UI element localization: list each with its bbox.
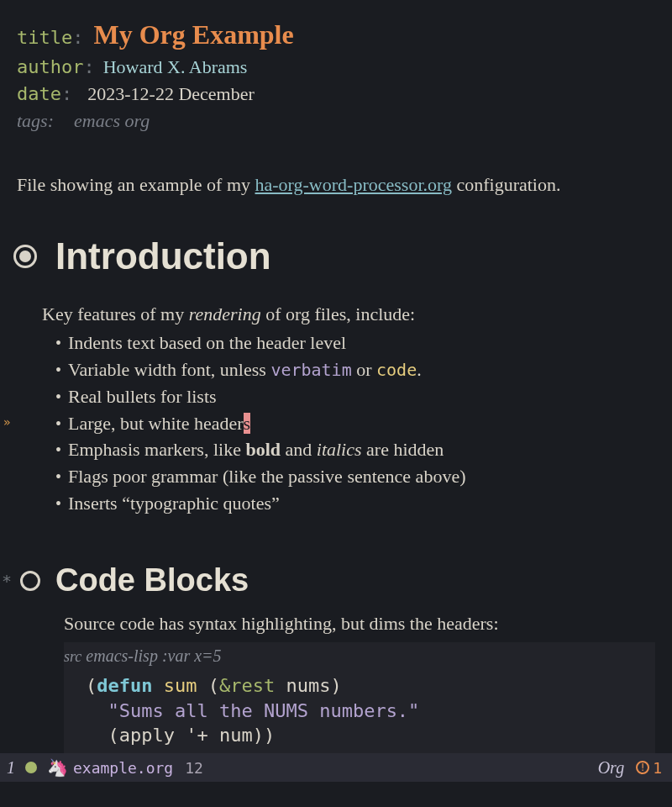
heading-star-icon: * — [2, 571, 12, 591]
meta-tags: tags: emacs org — [17, 108, 655, 134]
list-item: •Variable width font, unless verbatim or… — [55, 356, 655, 383]
modeline-major-mode[interactable]: Org — [598, 758, 624, 778]
list-item: •Inserts “typographic quotes” — [55, 490, 655, 517]
bullet-icon: • — [55, 358, 61, 382]
modeline-modified-icon — [25, 762, 37, 773]
list-item: •Flags poor grammar (like the passive se… — [55, 463, 655, 490]
meta-author: author: Howard X. Abrams — [17, 54, 655, 81]
src-block: src emacs-lisp :var x=5 (defun sum (&res… — [64, 642, 655, 757]
bullet-icon: • — [55, 385, 61, 409]
heading-bullet-icon — [13, 245, 37, 268]
list-item: •Real bullets for lists — [55, 383, 655, 410]
echo-area[interactable] — [0, 782, 672, 807]
meta-key-title: title — [17, 24, 72, 51]
heading-bullet-icon — [20, 571, 40, 591]
features-list: •Indents text based on the header level … — [55, 330, 655, 517]
verbatim-text: verbatim — [270, 360, 351, 380]
list-item: •Emphasis markers, like bold and italics… — [55, 436, 655, 463]
modeline-window-number: 1 — [7, 758, 15, 778]
bullet-icon: • — [55, 331, 61, 356]
list-item: •Large, but white headers — [55, 410, 655, 437]
src-intro-text: Source code has syntax highlighting, but… — [64, 610, 655, 637]
fringe-indicator-icon: » — [3, 415, 10, 429]
bullet-icon: • — [55, 412, 61, 436]
meta-key-author: author — [17, 54, 83, 81]
meta-val-tags: emacs org — [74, 108, 150, 134]
text-cursor: s — [244, 413, 251, 434]
warning-count: 1 — [653, 759, 662, 777]
warning-icon: ! — [636, 761, 649, 774]
meta-title: title: My Org Example — [17, 15, 655, 54]
key-features-line: Key features of my rendering of org file… — [42, 301, 655, 328]
modeline-line-number: 12 — [185, 759, 203, 777]
unicorn-icon: 🦄 — [47, 757, 68, 778]
modeline-filename[interactable]: example.org — [73, 759, 173, 777]
src-begin-line: src emacs-lisp :var x=5 — [64, 642, 655, 670]
introduction-body: Key features of my rendering of org file… — [42, 301, 655, 517]
src-code-content[interactable]: (defun sum (&rest nums) "Sums all the NU… — [64, 670, 655, 752]
meta-val-date: 2023-12-22 December — [87, 81, 255, 108]
intro-paragraph: File showing an example of my ha-org-wor… — [17, 171, 655, 198]
meta-key-date: date — [17, 81, 61, 108]
bullet-icon: • — [55, 465, 61, 489]
editor-buffer[interactable]: title: My Org Example author: Howard X. … — [0, 0, 672, 757]
config-link[interactable]: ha-org-word-processor.org — [255, 174, 452, 195]
modeline[interactable]: 1 🦄 example.org 12 Org ! 1 — [0, 753, 672, 782]
list-item: •Indents text based on the header level — [55, 330, 655, 356]
heading-introduction[interactable]: Introduction — [13, 235, 655, 277]
code-text: code — [376, 360, 417, 380]
modeline-warning[interactable]: ! 1 — [636, 759, 662, 777]
meta-key-tags: tags: — [17, 108, 54, 134]
meta-val-author: Howard X. Abrams — [103, 54, 248, 81]
heading-text: Code Blocks — [55, 562, 249, 599]
bullet-icon: • — [55, 492, 61, 516]
code-blocks-body: Source code has syntax highlighting, but… — [64, 610, 655, 757]
meta-date: date: 2023-12-22 December — [17, 81, 655, 108]
meta-val-title: My Org Example — [93, 15, 293, 54]
heading-code-blocks[interactable]: * Code Blocks — [20, 562, 655, 599]
heading-text: Introduction — [55, 235, 271, 277]
bullet-icon: • — [55, 438, 61, 462]
